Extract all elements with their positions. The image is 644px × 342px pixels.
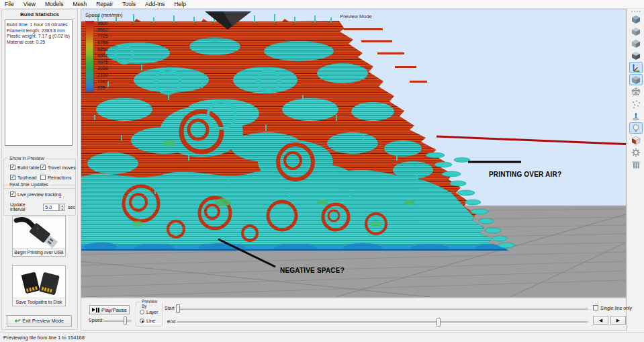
save-toolpaths-label: Save Toolpaths to Disk (13, 298, 65, 306)
realtime-updates-group: Real-time Updates Live preview tracking … (3, 185, 76, 216)
status-text: Previewing file from line 1 to 154168 (3, 335, 85, 341)
cross-section-icon[interactable] (629, 134, 643, 146)
toolhead-label: Toolhead (17, 175, 36, 180)
preview-mode-label: Preview Mode (322, 13, 389, 19)
perspective-view-icon[interactable] (629, 74, 643, 85)
end-slider-thumb[interactable] (436, 318, 441, 327)
update-interval-spinner[interactable]: ▴▾ (59, 204, 65, 211)
build-statistics-title: Build Statistics (0, 11, 79, 17)
start-slider-track[interactable] (177, 308, 588, 310)
menu-item-file[interactable]: File (0, 0, 19, 8)
menu-item-mesh[interactable]: Mesh (68, 0, 91, 8)
front-view-icon[interactable] (629, 26, 643, 37)
speed-legend: Speed (mm/min) 9600 8662 7725 6788 5850 … (85, 12, 122, 18)
vertices-icon[interactable] (629, 98, 643, 110)
speed-legend-gradient (85, 21, 94, 92)
play-pause-button[interactable]: Play/Pause (89, 305, 130, 314)
step-back-icon: ◀ (599, 318, 602, 323)
gear-icon[interactable] (629, 146, 643, 158)
update-interval-input[interactable] (43, 204, 59, 211)
toolhead-checkbox[interactable] (10, 175, 15, 180)
stat-material-cost: Material cost: 0.25 (7, 40, 71, 46)
layer-radio-label: Layer (146, 310, 158, 314)
speed-slider-thumb[interactable] (124, 316, 127, 325)
exit-preview-mode-label: Exit Preview Mode (22, 318, 64, 324)
menu-item-repair[interactable]: Repair (91, 0, 118, 8)
single-line-label: Single line only (600, 306, 632, 310)
live-preview-checkbox[interactable] (10, 191, 15, 197)
build-table-checkbox[interactable] (10, 165, 15, 170)
checkbox-build-table[interactable]: Build table (10, 165, 40, 170)
speed-label: Speed: (89, 318, 103, 323)
sd-cards-icon (13, 266, 65, 298)
start-label: Start (165, 306, 175, 310)
line-radio[interactable] (140, 318, 144, 323)
menu-item-tools[interactable]: Tools (118, 0, 140, 8)
update-interval-row: Update interval ▴▾ sec (10, 202, 75, 212)
update-interval-label: Update interval (10, 202, 40, 212)
retractions-label: Retractions (48, 175, 71, 180)
step-forward-icon: ▶ (616, 318, 620, 323)
single-line-checkbox[interactable] (593, 305, 598, 310)
stat-plastic-weight: Plastic weight: 7.17 g (0.02 lb) (7, 34, 71, 40)
surface-normals-icon[interactable] (629, 110, 643, 122)
build-table-label: Build table (17, 165, 40, 170)
toolbar-grip[interactable] (631, 11, 641, 12)
menu-item-view[interactable]: View (19, 0, 40, 8)
step-back-button[interactable]: ◀ (593, 316, 608, 325)
play-pause-icon (92, 308, 99, 312)
menu-item-models[interactable]: Models (40, 0, 68, 8)
coordinate-axes-icon[interactable] (629, 62, 643, 73)
preview-by-group: Preview By Layer Line (136, 302, 163, 327)
preview-by-title: Preview By (140, 299, 162, 308)
step-forward-button[interactable]: ▶ (610, 316, 626, 325)
speed-slider-track[interactable] (103, 320, 132, 322)
checkbox-live-preview[interactable]: Live preview tracking (10, 191, 61, 197)
usb-cable-icon (13, 216, 65, 248)
playback-bar: Play/Pause Speed: Preview By Layer Line … (81, 298, 627, 331)
menu-item-help[interactable]: Help (169, 0, 190, 8)
build-statistics-box: Build time: 1 hour 13 minutes Filament l… (5, 19, 73, 146)
end-slider-track[interactable] (177, 321, 588, 323)
begin-printing-usb-button[interactable]: Begin Printing over USB (12, 216, 66, 257)
checkbox-toolhead[interactable]: Toolhead (10, 175, 36, 180)
travel-moves-checkbox[interactable] (40, 165, 46, 170)
show-in-preview-title: Show in Preview (8, 156, 46, 161)
stat-filament-length: Filament length: 2383.8 mm (7, 28, 71, 34)
toolpath-3d-scene (81, 9, 626, 297)
retractions-checkbox[interactable] (40, 175, 46, 180)
wireframe-icon[interactable] (629, 86, 643, 97)
bottom-view-icon[interactable] (629, 50, 643, 61)
preview-viewport[interactable]: Preview Mode Speed (mm/min) 9600 8662 77… (81, 9, 627, 298)
update-interval-unit: sec (68, 205, 75, 210)
radio-layer[interactable]: Layer (140, 310, 158, 314)
speed-legend-values: 9600 8662 7725 6788 5850 4912 3975 3038 … (97, 20, 108, 91)
checkbox-travel-moves[interactable]: Travel moves (40, 165, 76, 170)
speed-legend-title: Speed (mm/min) (85, 12, 122, 18)
start-slider-thumb[interactable] (176, 304, 180, 313)
annotation-negative-space: NEGATIVE SPACE? (280, 267, 344, 274)
single-line-only[interactable]: Single line only (593, 305, 632, 310)
annotation-printing-over-air: PRINTING OVER AIR? (489, 171, 561, 178)
left-panel: Build Statistics Build time: 1 hour 13 m… (0, 9, 81, 332)
side-view-icon[interactable] (629, 38, 643, 49)
status-bar: Previewing file from line 1 to 154168 (0, 332, 644, 342)
layer-radio[interactable] (140, 310, 144, 314)
line-radio-label: Line (146, 318, 155, 323)
exit-preview-mode-button[interactable]: Exit Preview Mode (7, 315, 72, 327)
application-window: File View Models Mesh Repair Tools Add-I… (0, 0, 644, 342)
checkbox-retractions[interactable]: Retractions (40, 175, 71, 180)
stat-build-time: Build time: 1 hour 13 minutes (7, 22, 71, 28)
radio-line[interactable]: Line (140, 318, 155, 323)
default-view-icon[interactable] (629, 13, 643, 25)
realtime-updates-title: Real-time Updates (8, 182, 50, 187)
travel-moves-label: Travel moves (48, 165, 76, 170)
menu-bar: File View Models Mesh Repair Tools Add-I… (0, 0, 644, 9)
lighting-icon[interactable] (629, 122, 643, 134)
supports-icon[interactable] (629, 159, 643, 170)
spin-down-icon[interactable]: ▾ (60, 208, 64, 211)
save-toolpaths-button[interactable]: Save Toolpaths to Disk (12, 265, 66, 306)
menu-item-addins[interactable]: Add-Ins (140, 0, 169, 8)
live-preview-label: Live preview tracking (17, 192, 61, 197)
play-pause-label: Play/Pause (101, 307, 127, 313)
